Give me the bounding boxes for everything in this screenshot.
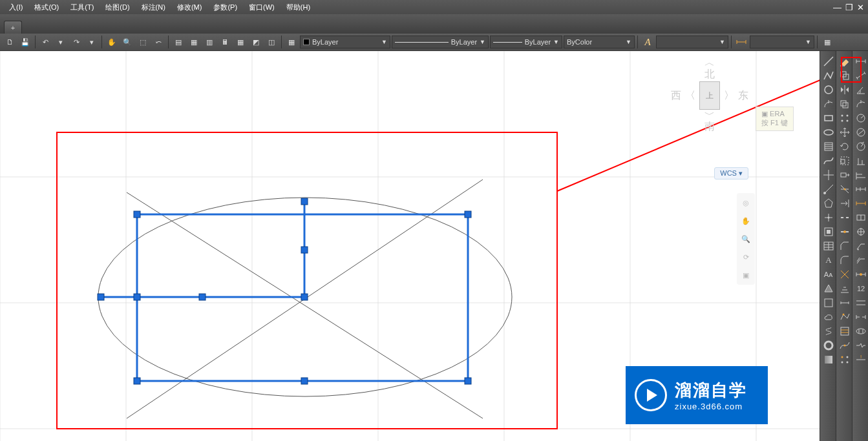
modify-stretch-button[interactable] xyxy=(838,167,851,181)
menu-tools[interactable]: 工具(T) xyxy=(65,1,99,14)
viewcube-right-arrow[interactable]: 〉 xyxy=(724,89,734,103)
modify-edithatch-button[interactable] xyxy=(838,323,851,337)
modify-align-button[interactable] xyxy=(838,281,851,294)
viewcube-down-arrow[interactable]: ﹀ xyxy=(671,110,748,120)
menu-modify[interactable]: 修改(M) xyxy=(172,1,207,14)
viewcube-face[interactable]: 上 xyxy=(699,81,720,110)
dim-angular-button[interactable] xyxy=(854,82,867,96)
menu-help[interactable]: 帮助(H) xyxy=(281,1,315,14)
dim-jogged-button[interactable] xyxy=(854,139,867,152)
layer-iso-button[interactable]: ◩ xyxy=(249,35,263,49)
draw-wipe-button[interactable] xyxy=(821,295,835,309)
dim-aligned-button[interactable] xyxy=(854,68,867,81)
drawing-canvas[interactable]: ︿ 北 西 〈 上 〉 东 ﹀ 南 WCS ▾ ◎ ✋ 🔍 ⟳ ▣ ▣ ERA … xyxy=(0,51,820,441)
dim-continue-button[interactable] xyxy=(854,181,867,195)
modify-chamfer-button[interactable] xyxy=(838,238,851,252)
draw-rect-button[interactable] xyxy=(821,110,835,124)
dim-diameter-button[interactable] xyxy=(854,125,867,138)
modify-editarray-button[interactable] xyxy=(838,352,851,365)
dim-dimspace-button[interactable] xyxy=(854,295,867,309)
modify-editpoly-button[interactable] xyxy=(838,309,851,323)
menu-format[interactable]: 格式(O) xyxy=(29,1,64,14)
plotstyle-combo[interactable]: ByColor ▼ xyxy=(564,36,635,48)
modify-break-button[interactable] xyxy=(838,210,851,223)
nav-pan-button[interactable]: ✋ xyxy=(739,214,753,228)
nav-wheel-button[interactable]: ◎ xyxy=(739,196,753,210)
undo-dropdown[interactable]: ▾ xyxy=(54,35,68,49)
draw-block-button[interactable] xyxy=(821,224,835,238)
modify-lengthen-button[interactable] xyxy=(838,295,851,309)
layer-button[interactable]: ▦ xyxy=(233,35,248,49)
dim-style-combo[interactable]: ▼ xyxy=(750,36,814,48)
modify-move-button[interactable] xyxy=(838,125,851,138)
tool-pal-button[interactable]: ▥ xyxy=(202,35,217,49)
modify-scale-button[interactable] xyxy=(838,153,851,167)
viewcube-north[interactable]: 北 xyxy=(671,68,748,81)
modify-rotate-button[interactable] xyxy=(838,139,851,152)
draw-gradient-button[interactable] xyxy=(821,352,835,365)
menu-insert[interactable]: 入(I) xyxy=(4,1,28,14)
lineweight-combo[interactable]: ByLayer ▼ xyxy=(490,36,562,48)
modify-extend-button[interactable] xyxy=(838,196,851,209)
draw-line-button[interactable] xyxy=(821,54,835,67)
menu-window[interactable]: 窗口(W) xyxy=(244,1,280,14)
dim-linear-button[interactable] xyxy=(854,54,867,67)
dim-leader-button[interactable] xyxy=(854,238,867,252)
viewcube-east[interactable]: 东 xyxy=(738,89,748,103)
dim-override-button[interactable]: ! xyxy=(854,352,867,365)
text-style-combo[interactable]: ▼ xyxy=(656,36,728,48)
calc-button[interactable]: 🖩 xyxy=(218,35,232,49)
draw-donut-button[interactable] xyxy=(821,338,835,351)
nav-orbit-button[interactable]: ⟳ xyxy=(739,250,753,264)
dim-dimtedit-button[interactable]: 12 xyxy=(854,281,867,294)
dim-dimbreak-button[interactable] xyxy=(854,309,867,323)
modify-offset-button[interactable] xyxy=(838,96,851,110)
nav-zoom-button[interactable]: 🔍 xyxy=(739,232,753,246)
dim-tolerance-button[interactable] xyxy=(854,210,867,223)
layer-props-button[interactable]: ▦ xyxy=(284,35,299,49)
draw-region-button[interactable] xyxy=(821,281,835,294)
nav-show-button[interactable]: ▣ xyxy=(739,268,753,282)
draw-mtext-button[interactable]: Aᴀ xyxy=(821,267,835,280)
zoom-window-button[interactable]: ⬚ xyxy=(136,35,150,49)
redo-button[interactable]: ↷ xyxy=(69,35,83,49)
minimize-button[interactable]: — xyxy=(833,3,842,12)
view-cube[interactable]: ︿ 北 西 〈 上 〉 东 ﹀ 南 xyxy=(671,57,748,134)
draw-text-button[interactable]: A xyxy=(821,252,835,266)
modify-erase-button[interactable] xyxy=(838,54,851,67)
modify-array-button[interactable] xyxy=(838,110,851,124)
draw-circle-button[interactable] xyxy=(821,82,835,96)
select-sim-button[interactable]: ◫ xyxy=(264,35,279,49)
dim-inspect-button[interactable] xyxy=(854,323,867,337)
modify-copy-button[interactable] xyxy=(838,68,851,81)
linetype-combo[interactable]: ByLayer ▼ xyxy=(392,36,489,48)
dim-center-button[interactable] xyxy=(854,224,867,238)
redo-dropdown[interactable]: ▾ xyxy=(85,35,99,49)
viewcube-left-arrow[interactable]: 〈 xyxy=(685,89,695,103)
new-file-button[interactable]: 🗋 xyxy=(3,35,17,49)
menu-dimension[interactable]: 标注(N) xyxy=(136,1,171,14)
modify-editspline-button[interactable] xyxy=(838,338,851,351)
draw-xline-button[interactable] xyxy=(821,167,835,181)
draw-hatch-button[interactable] xyxy=(821,139,835,152)
dim-qdim-button[interactable] xyxy=(854,196,867,209)
draw-pline-button[interactable] xyxy=(821,68,835,81)
draw-table-button[interactable] xyxy=(821,238,835,252)
draw-helix-button[interactable] xyxy=(821,323,835,337)
dim-mleader-button[interactable] xyxy=(854,252,867,266)
menu-draw[interactable]: 绘图(D) xyxy=(100,1,134,14)
draw-revcloud-button[interactable] xyxy=(821,309,835,323)
modify-mirror-button[interactable] xyxy=(838,82,851,96)
modify-fillet-button[interactable] xyxy=(838,252,851,266)
viewcube-west[interactable]: 西 xyxy=(671,89,681,103)
draw-spline-button[interactable] xyxy=(821,153,835,167)
properties-button[interactable]: ▤ xyxy=(171,35,185,49)
new-tab-button[interactable]: + xyxy=(4,21,22,34)
color-combo[interactable]: ByLayer ▼ xyxy=(300,36,390,48)
viewcube-up-arrow[interactable]: ︿ xyxy=(671,57,748,68)
save-button[interactable]: 💾 xyxy=(18,35,32,49)
zoom-button[interactable]: 🔍 xyxy=(120,35,134,49)
modify-trim-button[interactable] xyxy=(838,181,851,195)
draw-ellipse-button[interactable] xyxy=(821,125,835,138)
close-button[interactable]: ✕ xyxy=(857,3,864,12)
